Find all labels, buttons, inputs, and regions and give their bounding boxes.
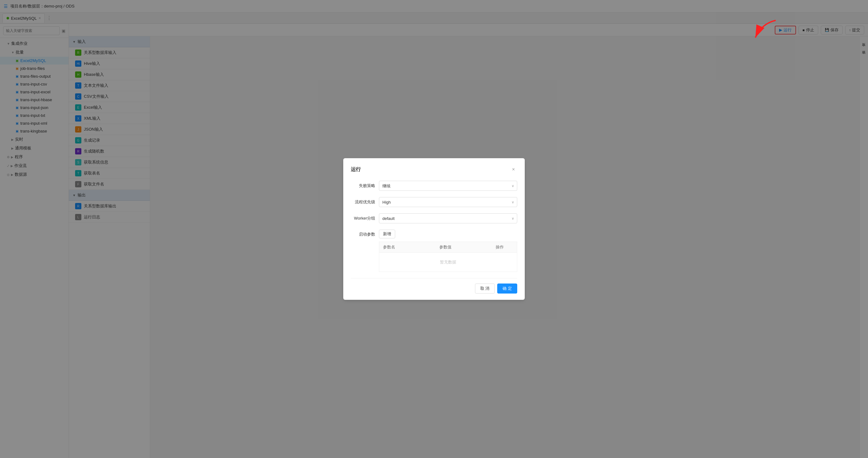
empty-data-text: 暂无数据 [440,259,456,265]
confirm-button[interactable]: 确 定 [497,284,517,293]
priority-select-wrapper: High Medium Low ∨ [379,197,517,207]
modal-header: 运行 × [351,166,517,173]
col-actions: 操作 [492,242,517,253]
failure-strategy-select-wrapper: 继续 停止 ∨ [379,181,517,191]
modal-title: 运行 [351,166,361,173]
params-table-body: 暂无数据 [379,253,517,271]
worker-group-row: Worker分组 default ∨ [351,213,517,223]
params-table-header: 参数名 参数值 操作 [379,242,517,253]
params-table: 参数名 参数值 操作 暂无数据 [379,241,517,272]
cancel-button[interactable]: 取 消 [475,284,495,293]
worker-group-select[interactable]: default [379,213,517,223]
worker-group-select-wrapper: default ∨ [379,213,517,223]
priority-row: 流程优先级 High Medium Low ∨ [351,197,517,207]
startup-params-content: 新增 参数名 参数值 操作 暂无数据 [379,230,517,272]
col-param-value: 参数值 [436,242,492,253]
failure-strategy-select[interactable]: 继续 停止 [379,181,517,191]
failure-strategy-label: 失败策略 [351,183,379,189]
modal-footer: 取 消 确 定 [351,278,517,293]
run-modal: 运行 × 失败策略 继续 停止 ∨ 流程优先级 High Medium Low [343,158,525,300]
priority-select[interactable]: High Medium Low [379,197,517,207]
red-arrow-annotation [749,17,780,43]
modal-close-button[interactable]: × [510,166,517,173]
add-param-button[interactable]: 新增 [379,230,395,238]
modal-overlay[interactable]: 运行 × 失败策略 继续 停止 ∨ 流程优先级 High Medium Low [0,0,868,458]
priority-label: 流程优先级 [351,199,379,205]
worker-group-label: Worker分组 [351,216,379,221]
startup-params-section: 启动参数 新增 参数名 参数值 操作 暂无数据 [351,230,517,272]
startup-params-label: 启动参数 [351,230,379,237]
col-param-name: 参数名 [379,242,436,253]
failure-strategy-row: 失败策略 继续 停止 ∨ [351,181,517,191]
